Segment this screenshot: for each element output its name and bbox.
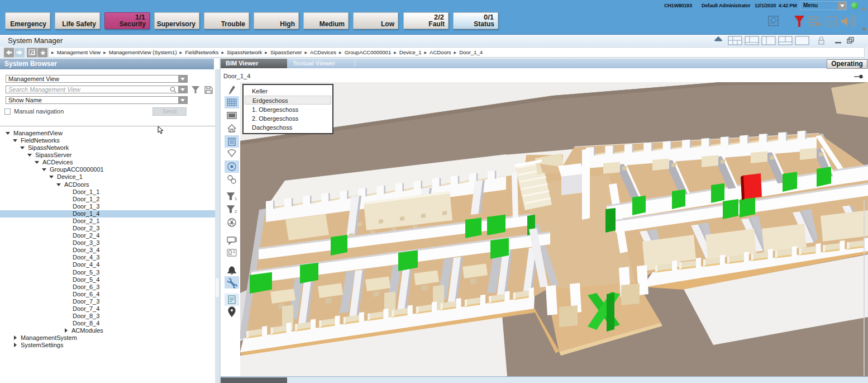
svg-text:★: ★ <box>40 49 46 57</box>
svg-text:2: 2 <box>235 209 237 214</box>
svg-text:1: 1 <box>235 196 237 201</box>
